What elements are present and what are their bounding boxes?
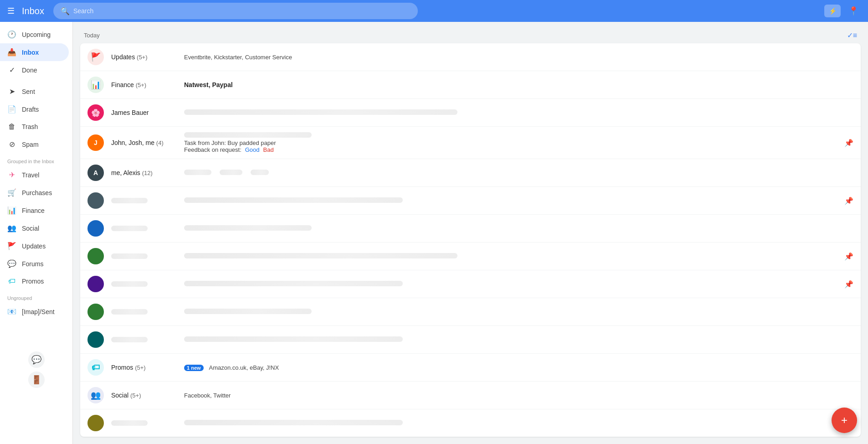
sidebar-item-label: Drafts bbox=[22, 106, 39, 113]
sidebar-item-promos[interactable]: 🏷 Promos bbox=[0, 273, 69, 290]
sidebar-item-label: Inbox bbox=[22, 49, 39, 56]
sidebar-item-label: Spam bbox=[22, 141, 39, 148]
today-section: Today ✓≡ 🚩 Updates (5+) Eventbrite, Kick… bbox=[80, 29, 861, 437]
purchases-icon: 🛒 bbox=[7, 188, 16, 197]
sidebar-item-sent[interactable]: ➤ Sent bbox=[0, 83, 69, 100]
john-josh-me-row[interactable]: J John, Josh, me (4) Task from John: Buy… bbox=[80, 127, 861, 159]
blurred-avatar-3 bbox=[87, 248, 104, 264]
inbox-icon: 📥 bbox=[7, 48, 16, 57]
spam-icon: ⊘ bbox=[7, 140, 16, 149]
alexis-blurred-3 bbox=[251, 170, 269, 175]
header-action-button[interactable]: ⚡ bbox=[824, 5, 841, 17]
social-sender: Social (5+) bbox=[111, 392, 184, 399]
updates-avatar: 🚩 bbox=[87, 49, 104, 65]
compose-icon: + bbox=[841, 414, 847, 427]
john-josh-me-content: Task from John: Buy padded paper Feedbac… bbox=[184, 132, 841, 153]
john-josh-me-avatar: J bbox=[87, 134, 104, 151]
sidebar-item-label: [Imap]/Sent bbox=[22, 308, 55, 315]
sidebar-chat-icon[interactable]: 💬 bbox=[28, 351, 45, 368]
forums-icon: 💬 bbox=[7, 259, 16, 268]
social-avatar: 👥 bbox=[87, 387, 104, 403]
updates-icon: 🚩 bbox=[7, 242, 16, 250]
promos-sender: Promos (5+) bbox=[111, 364, 184, 371]
blurred-row-6[interactable] bbox=[80, 326, 861, 354]
blurred-row-7[interactable]: 📌 bbox=[80, 409, 861, 437]
blurred-sender-4 bbox=[111, 281, 184, 287]
search-input[interactable] bbox=[73, 7, 411, 15]
alexis-blurred-1 bbox=[184, 170, 211, 175]
blurred-avatar-6 bbox=[87, 331, 104, 348]
sent-icon: ➤ bbox=[7, 87, 16, 96]
promos-new-badge: 1 new bbox=[184, 365, 204, 371]
blurred-row-1[interactable]: 📌 bbox=[80, 187, 861, 215]
header-action-icon: ⚡ bbox=[829, 7, 837, 15]
blurred-row-3[interactable]: 📌 bbox=[80, 243, 861, 270]
drafts-icon: 📄 bbox=[7, 105, 16, 114]
email-tasks: Task from John: Buy padded paper Feedbac… bbox=[184, 139, 841, 153]
menu-icon[interactable]: ☰ bbox=[7, 6, 15, 16]
finance-bundle-row[interactable]: 📊 Finance (5+) Natwest, Paypal bbox=[80, 71, 861, 99]
sidebar-item-label: Travel bbox=[22, 171, 39, 179]
sidebar-item-label: Done bbox=[22, 67, 37, 74]
sidebar-item-social[interactable]: 👥 Social bbox=[0, 219, 69, 237]
email-content: Today ✓≡ 🚩 Updates (5+) Eventbrite, Kick… bbox=[73, 22, 868, 444]
me-alexis-sender: me, Alexis (12) bbox=[111, 169, 184, 176]
james-bauer-content bbox=[184, 109, 853, 116]
blurred-pin-1: 📌 bbox=[844, 196, 853, 205]
social-bundle-row[interactable]: 👥 Social (5+) Facebook, Twitter bbox=[80, 382, 861, 409]
james-bauer-sender: James Bauer bbox=[111, 109, 184, 116]
sidebar-item-updates[interactable]: 🚩 Updates bbox=[0, 237, 69, 255]
sidebar-exit-icon[interactable]: 🚪 bbox=[28, 372, 45, 388]
updates-bundle-row[interactable]: 🚩 Updates (5+) Eventbrite, Kickstarter, … bbox=[80, 43, 861, 71]
james-bauer-preview-blurred bbox=[184, 109, 457, 115]
sidebar-item-inbox[interactable]: 📥 Inbox bbox=[0, 43, 69, 61]
location-icon[interactable]: 📍 bbox=[846, 4, 861, 18]
travel-icon: ✈ bbox=[7, 170, 16, 179]
done-icon: ✓ bbox=[7, 66, 16, 74]
sidebar-item-label: Finance bbox=[22, 207, 45, 214]
sidebar-item-forums[interactable]: 💬 Forums bbox=[0, 255, 69, 273]
promos-content: 1 new Amazon.co.uk, eBay, J!NX bbox=[184, 364, 853, 371]
sidebar-item-spam[interactable]: ⊘ Spam bbox=[0, 135, 69, 153]
sidebar-item-imap-sent[interactable]: 📧 [Imap]/Sent bbox=[0, 303, 69, 320]
search-bar[interactable]: 🔍 bbox=[53, 3, 418, 19]
app-header: ☰ Inbox 🔍 ⚡ 📍 bbox=[0, 0, 868, 22]
blurred-avatar-2 bbox=[87, 220, 104, 237]
sidebar-item-purchases[interactable]: 🛒 Purchases bbox=[0, 184, 69, 201]
compose-fab[interactable]: + bbox=[832, 408, 857, 433]
blurred-sender-2 bbox=[111, 226, 184, 231]
james-bauer-row[interactable]: 🌸 James Bauer bbox=[80, 99, 861, 127]
feedback-bad[interactable]: Bad bbox=[263, 146, 274, 153]
sidebar-item-trash[interactable]: 🗑 Trash bbox=[0, 118, 69, 135]
sidebar-item-upcoming[interactable]: 🕐 Upcoming bbox=[0, 26, 69, 43]
today-label: Today bbox=[84, 32, 100, 39]
blurred-content-5 bbox=[184, 308, 853, 315]
blurred-row-4[interactable]: 📌 bbox=[80, 270, 861, 298]
imap-sent-icon: 📧 bbox=[7, 307, 16, 316]
blurred-row-2[interactable] bbox=[80, 215, 861, 243]
me-alexis-row[interactable]: A me, Alexis (12) bbox=[80, 159, 861, 187]
sidebar-item-label: Promos bbox=[22, 278, 44, 285]
blurred-content-1 bbox=[184, 197, 841, 204]
blurred-row-5[interactable] bbox=[80, 298, 861, 326]
sidebar-item-done[interactable]: ✓ Done bbox=[0, 61, 69, 79]
sidebar-item-label: Trash bbox=[22, 123, 38, 130]
header-right: ⚡ 📍 bbox=[824, 4, 861, 18]
blurred-avatar-1 bbox=[87, 192, 104, 209]
finance-sender: Finance (5+) bbox=[111, 81, 184, 88]
grouped-section-label: Grouped in the Inbox bbox=[0, 153, 72, 166]
sidebar-item-drafts[interactable]: 📄 Drafts bbox=[0, 100, 69, 118]
blurred-content-6 bbox=[184, 336, 853, 343]
sidebar-item-label: Upcoming bbox=[22, 31, 51, 38]
task-line: Task from John: Buy padded paper bbox=[184, 139, 841, 146]
sidebar-item-label: Forums bbox=[22, 260, 43, 268]
blurred-sender-1 bbox=[111, 198, 184, 203]
social-icon: 👥 bbox=[7, 224, 16, 232]
sidebar-item-travel[interactable]: ✈ Travel bbox=[0, 166, 69, 184]
feedback-good[interactable]: Good bbox=[245, 146, 260, 153]
today-check-all[interactable]: ✓≡ bbox=[847, 31, 857, 40]
finance-avatar: 📊 bbox=[87, 77, 104, 93]
sidebar-item-finance[interactable]: 📊 Finance bbox=[0, 201, 69, 219]
blurred-avatar-5 bbox=[87, 304, 104, 320]
promos-bundle-row[interactable]: 🏷 Promos (5+) 1 new Amazon.co.uk, eBay, … bbox=[80, 354, 861, 382]
